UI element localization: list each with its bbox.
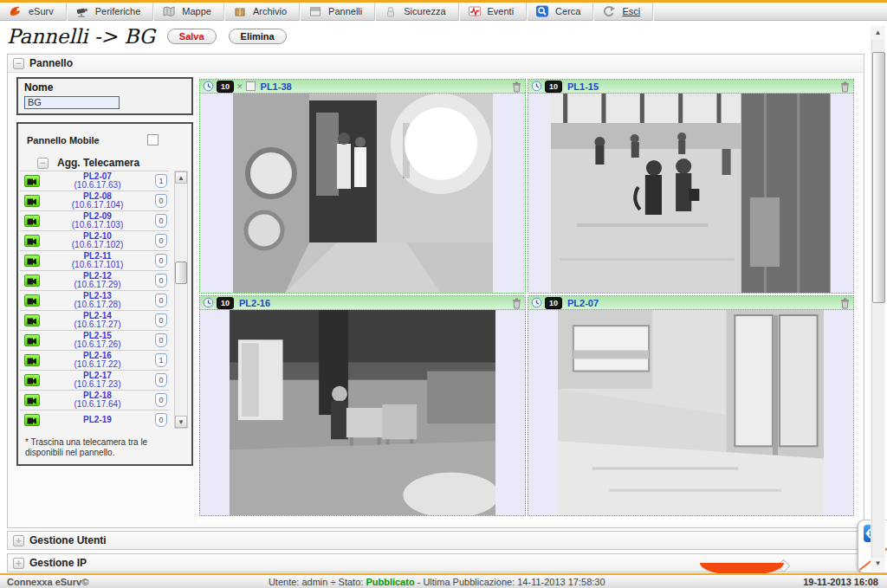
camera-list-item[interactable]: PL2-12 (10.6.17.29) 0 [20,271,169,291]
menu-label: Sicurezza [404,6,445,16]
user-value: admin [301,577,327,587]
camera-tile[interactable]: 10 PL2-16 [199,295,526,516]
camera-info: PL2-16 (10.6.17.22) [40,352,155,369]
section-title: Gestione IP [29,557,87,569]
camera-list-item[interactable]: PL2-09 (10.6.17.103) 0 [20,211,169,231]
camera-list-item[interactable]: PL2-14 (10.6.17.27) 0 [20,311,169,331]
tile-camera-name: PL1-15 [567,81,599,92]
page-scrollbar[interactable]: ▲ ▼ [871,26,885,572]
camera-list-item[interactable]: PL2-18 (10.6.17.64) 0 [20,391,169,410]
camera-list-item[interactable]: PL2-10 (10.6.17.102) 0 [20,231,169,251]
camera-icon [24,235,40,247]
camera-count-badge: 0 [155,393,167,407]
pannello-section-header[interactable]: − Pannello [8,55,864,73]
camera-list-scrollbar[interactable]: ▲ ▼ [174,171,188,429]
menu-item-pannelli[interactable]: Pannelli [300,3,375,21]
menu-item-sicurezza[interactable]: Sicurezza [375,3,458,21]
collapse-icon[interactable]: − [37,158,49,169]
menu-label: Pannelli [328,6,362,16]
map-icon [162,4,176,18]
menu-label: Mappe [182,6,211,16]
camera-tile[interactable]: 10 PL2-07 [528,295,854,516]
trash-icon[interactable] [839,297,851,309]
tile-checkbox[interactable] [246,81,256,91]
archive-box-icon [233,4,247,18]
trash-icon[interactable] [511,297,522,309]
collapse-icon[interactable]: − [13,58,24,69]
camera-info: PL2-13 (10.6.17.28) [40,292,155,309]
camera-list-item[interactable]: PL2-19 0 [20,410,169,429]
camera-icon [24,275,40,287]
camera-tile[interactable]: 10 PL1-15 [528,79,854,294]
camera-count-badge: 1 [155,174,167,188]
expand-icon[interactable]: + [13,558,24,569]
camera-count-badge: 0 [155,373,167,387]
menu-item-eventi[interactable]: Eventi [459,3,528,21]
camera-ip: (10.6.17.64) [40,400,155,409]
gestione-utenti-section[interactable]: + Gestione Utenti [7,531,864,550]
tile-camera-name: PL1-38 [261,81,292,92]
camera-list-item[interactable]: PL2-17 (10.6.17.23) 0 [20,371,169,391]
save-button[interactable]: Salva [167,29,217,44]
tile-header: 10 PL2-16 [200,296,525,310]
camera-tile[interactable]: 10 ✕ PL1-38 [199,79,526,294]
menu-label: Archivio [253,6,287,16]
resize-icon[interactable]: ✕ [236,82,243,91]
camera-info: PL2-18 (10.6.17.64) [40,391,155,409]
camera-ip: (10.6.17.27) [40,320,155,329]
camera-info: PL2-12 (10.6.17.29) [40,272,155,289]
menu-item-archivio[interactable]: Archivio [224,3,300,21]
camera-info: PL2-11 (10.6.17.101) [40,252,155,269]
refresh-clock-icon [203,81,214,92]
scroll-up-arrow-icon[interactable]: ▲ [871,26,884,39]
separator: ÷ [330,577,335,587]
menu-item-esci[interactable]: Esci [593,3,653,21]
camera-icon [24,294,40,307]
scrollbar-thumb[interactable] [872,52,885,303]
mobile-panel-checkbox[interactable] [147,134,159,145]
trash-icon[interactable] [839,81,851,93]
camera-icon [24,195,40,207]
pannello-section: − Pannello Nome Pannello Mobile − Agg. T… [7,54,864,528]
expand-icon[interactable]: + [13,535,24,546]
camera-list-item[interactable]: PL2-13 (10.6.17.28) 0 [20,291,169,311]
camera-icon [24,334,40,346]
camera-count-badge: 0 [155,254,167,268]
mobile-panel-row: Pannello Mobile [18,124,191,145]
trash-icon[interactable] [511,81,522,93]
scroll-down-arrow-icon[interactable]: ▼ [175,416,187,428]
menu-item-esurv[interactable]: eSurv [0,3,67,21]
tile-camera-name: PL2-07 [567,298,599,308]
tile-body [200,310,525,515]
scrollbar-track[interactable] [871,40,884,558]
camera-list-item[interactable]: PL2-11 (10.6.17.101) 0 [20,251,169,271]
camera-count-badge: 0 [155,413,167,427]
panel-name-box: Nome [16,77,193,115]
camera-icon [24,175,40,187]
title-row: Pannelli -> BG Salva Elimina [7,23,287,50]
camera-feed-image [233,94,493,293]
scroll-down-arrow-icon[interactable]: ▼ [871,557,884,570]
status-label: Stato: [339,577,364,587]
camera-list-item[interactable]: PL2-07 (10.6.17.63) 1 [20,171,169,191]
camera-feed-image [558,310,825,515]
camera-ip: (10.6.17.104) [40,201,155,210]
camera-feed-image [551,94,831,293]
menu-item-cerca[interactable]: Cerca [527,3,593,21]
refresh-delay-badge: 10 [217,297,234,309]
camera-ip: (10.6.17.63) [40,181,155,190]
camera-list-item[interactable]: PL2-15 (10.6.17.26) 0 [20,331,169,351]
user-label: Utente: [269,577,299,587]
panel-name-input[interactable] [24,96,120,109]
menu-item-mappe[interactable]: Mappe [153,3,224,21]
scrollbar-thumb[interactable] [175,262,187,284]
scroll-up-arrow-icon[interactable]: ▲ [175,171,187,184]
delete-button[interactable]: Elimina [229,29,287,44]
esurv-logo-icon [9,4,23,18]
camera-ip: (10.6.17.22) [40,360,155,369]
menu-item-periferiche[interactable]: Periferiche [67,3,154,21]
camera-list-item[interactable]: PL2-16 (10.6.17.22) 1 [20,351,169,371]
camera-list-item[interactable]: PL2-08 (10.6.17.104) 0 [20,191,169,211]
refresh-clock-icon [531,81,542,92]
product-label: Connexxa eSurv© [7,577,88,587]
